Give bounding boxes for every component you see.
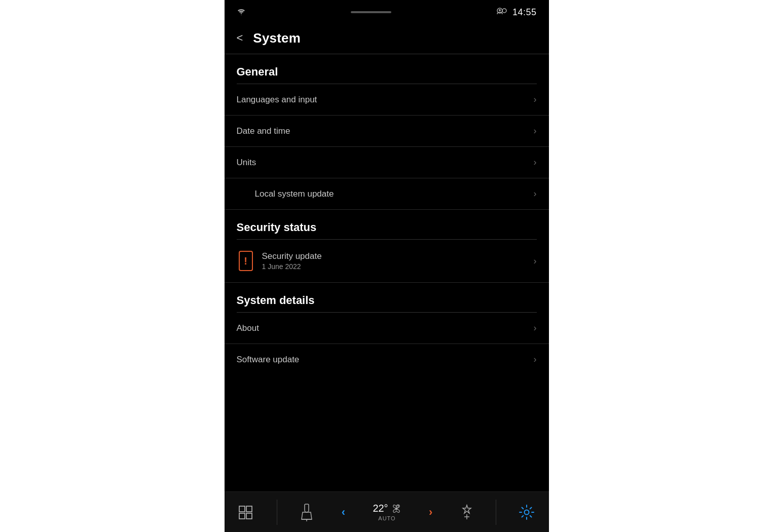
securityupdate-item[interactable]: Security update 1 June 2022 › <box>225 240 549 283</box>
settings-gear-icon <box>519 504 535 520</box>
svg-rect-3 <box>239 506 245 512</box>
units-item[interactable]: Units › <box>225 147 549 178</box>
general-section-header: General <box>225 54 549 84</box>
status-bar-left <box>237 8 246 17</box>
securityupdate-sublabel: 1 June 2022 <box>262 262 322 271</box>
user-icon <box>496 7 507 17</box>
softwareupdate-item[interactable]: Software update › <box>225 344 549 375</box>
status-bar-center <box>246 11 496 13</box>
nav-next[interactable]: › <box>424 506 437 519</box>
content: General Languages and input › Date and t… <box>225 54 549 375</box>
localupdate-item[interactable]: Local system update › <box>225 178 549 210</box>
localupdate-label: Local system update <box>255 189 334 199</box>
device-frame: 14:55 < System General Languages and inp… <box>225 0 549 532</box>
datetime-item[interactable]: Date and time › <box>225 116 549 147</box>
softwareupdate-chevron: › <box>534 354 537 365</box>
security-section-header: Security status <box>225 210 549 239</box>
systemdetails-section-header: System details <box>225 283 549 312</box>
securityupdate-left: Security update 1 June 2022 <box>237 250 322 272</box>
prev-icon: ‹ <box>342 506 345 519</box>
languages-chevron: › <box>534 94 537 105</box>
status-bar: 14:55 <box>225 0 549 22</box>
page-title: System <box>253 30 301 46</box>
languages-item[interactable]: Languages and input › <box>225 84 549 116</box>
bottom-nav: ‹ 22° AUTO › <box>225 491 549 532</box>
securityupdate-chevron: › <box>534 256 537 267</box>
nav-settings[interactable] <box>513 504 540 520</box>
svg-rect-4 <box>246 506 252 512</box>
svg-rect-6 <box>246 513 252 519</box>
wifi-icon <box>237 8 246 17</box>
nav-divider-2 <box>496 500 496 525</box>
softwareupdate-label: Software update <box>237 355 300 365</box>
fan-icon <box>391 504 401 514</box>
next-icon: › <box>429 506 432 519</box>
home-grid-icon <box>238 505 254 519</box>
nav-climate: 22° AUTO <box>367 503 406 521</box>
about-label: About <box>237 323 259 333</box>
nav-divider-1 <box>277 500 277 525</box>
nav-seat[interactable] <box>295 503 319 521</box>
back-button[interactable]: < <box>233 29 247 47</box>
languages-label: Languages and input <box>237 95 317 105</box>
nav-temperature: 22° <box>373 503 388 514</box>
status-bar-right: 14:55 <box>496 7 537 18</box>
nav-auto-label: AUTO <box>378 515 395 521</box>
seat-icon <box>300 503 314 521</box>
nav-prev[interactable]: ‹ <box>337 506 350 519</box>
status-time: 14:55 <box>512 7 537 18</box>
svg-point-7 <box>395 507 397 510</box>
svg-point-1 <box>499 9 501 11</box>
page-header: < System <box>225 22 549 54</box>
profile-icon <box>460 504 473 520</box>
svg-rect-5 <box>239 513 245 519</box>
securityupdate-text-group: Security update 1 June 2022 <box>262 251 322 271</box>
datetime-label: Date and time <box>237 126 290 136</box>
units-chevron: › <box>534 157 537 168</box>
home-indicator-pill <box>351 11 391 13</box>
security-warning-icon <box>239 251 253 271</box>
securityupdate-label: Security update <box>262 251 322 261</box>
svg-point-2 <box>502 9 506 13</box>
about-item[interactable]: About › <box>225 313 549 344</box>
nav-home[interactable] <box>233 505 260 519</box>
svg-point-8 <box>525 510 529 514</box>
nav-climate-main: 22° <box>373 503 401 514</box>
nav-profile[interactable] <box>455 504 478 520</box>
warning-icon-container <box>237 250 255 272</box>
datetime-chevron: › <box>534 126 537 136</box>
units-label: Units <box>237 158 256 168</box>
about-chevron: › <box>534 323 537 333</box>
localupdate-chevron: › <box>534 188 537 199</box>
